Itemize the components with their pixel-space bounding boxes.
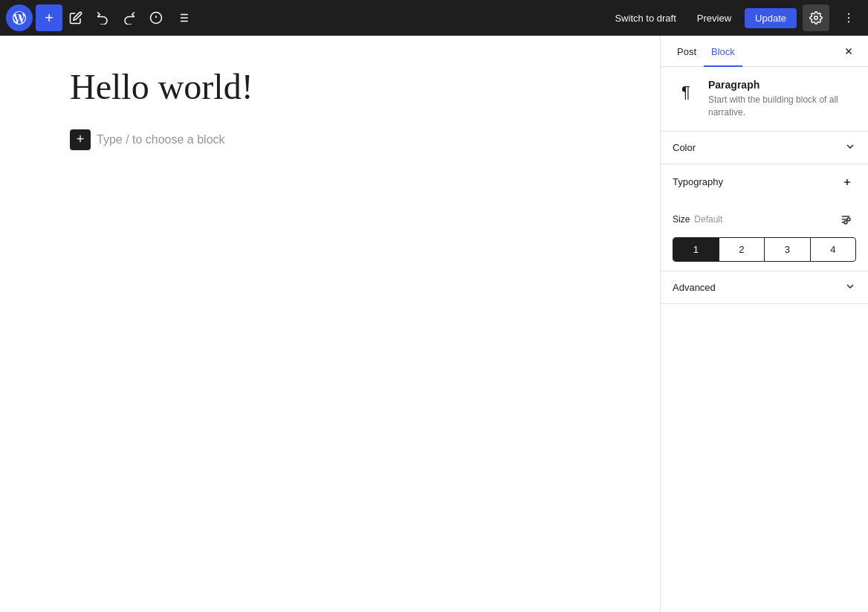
advanced-panel: Advanced [661, 271, 868, 304]
add-block-toolbar-button[interactable]: + [36, 4, 62, 31]
tab-block[interactable]: Block [704, 36, 742, 66]
post-title[interactable]: Hello world! [70, 65, 590, 109]
toolbar: + Swi [0, 0, 868, 36]
advanced-panel-title: Advanced [673, 282, 844, 293]
close-icon [843, 46, 854, 57]
advanced-panel-header[interactable]: Advanced [661, 271, 868, 303]
undo-button[interactable] [89, 4, 116, 31]
typography-panel-title: Typography [673, 176, 838, 187]
size-filter-button[interactable] [835, 209, 856, 230]
svg-point-11 [848, 17, 849, 19]
typography-panel: Typography Size Default [661, 164, 868, 271]
switch-to-draft-button[interactable]: Switch to draft [607, 8, 683, 28]
svg-point-9 [814, 16, 818, 20]
size-row: Size Default [673, 209, 856, 230]
info-icon [149, 11, 163, 25]
more-vertical-icon [842, 11, 855, 25]
font-size-btn-4[interactable]: 4 [811, 238, 856, 261]
list-view-button[interactable] [169, 4, 196, 31]
block-info: ¶ Paragraph Start with the building bloc… [661, 67, 868, 132]
wp-logo-icon [12, 10, 27, 25]
size-value: Default [694, 214, 722, 225]
placeholder-text: Type / to choose a block [97, 133, 225, 146]
wp-logo[interactable] [6, 4, 33, 31]
redo-button[interactable] [116, 4, 143, 31]
font-size-button-group: 1234 [673, 237, 856, 262]
sidebar: Post Block ¶ Paragraph Start with the bu… [660, 36, 868, 612]
settings-button[interactable] [803, 4, 829, 31]
color-chevron-icon [844, 141, 856, 155]
pencil-icon [69, 11, 82, 25]
color-panel-header[interactable]: Color [661, 132, 868, 164]
update-button[interactable]: Update [745, 8, 797, 28]
svg-point-20 [847, 218, 850, 221]
preview-button[interactable]: Preview [690, 8, 739, 28]
redo-icon [123, 11, 136, 25]
list-icon [176, 11, 190, 25]
size-label: Size [673, 214, 690, 225]
color-panel: Color [661, 132, 868, 164]
font-size-btn-2[interactable]: 2 [719, 238, 765, 261]
paragraph-block-icon: ¶ [673, 79, 699, 106]
edit-button[interactable] [62, 4, 89, 31]
svg-point-10 [848, 13, 849, 15]
filter-icon [840, 213, 852, 225]
sidebar-tabs: Post Block [661, 36, 868, 67]
main-layout: Hello world! + Type / to choose a block … [0, 36, 868, 612]
block-description: Start with the building block of all nar… [708, 94, 856, 119]
editor-area[interactable]: Hello world! + Type / to choose a block [0, 36, 660, 612]
svg-point-21 [844, 221, 847, 224]
typography-panel-body: Size Default 1234 [661, 200, 868, 271]
block-name: Paragraph [708, 79, 856, 91]
block-placeholder[interactable]: + Type / to choose a block [70, 126, 590, 153]
plus-icon [842, 177, 852, 187]
info-button[interactable] [143, 4, 169, 31]
gear-icon [809, 11, 823, 25]
typography-add-button[interactable] [838, 173, 856, 191]
svg-point-12 [848, 21, 849, 22]
font-size-btn-1[interactable]: 1 [673, 238, 719, 261]
editor-content: Hello world! + Type / to choose a block [70, 65, 590, 582]
color-panel-title: Color [673, 142, 844, 153]
typography-panel-header[interactable]: Typography [661, 164, 868, 200]
undo-icon [96, 11, 109, 25]
tab-post[interactable]: Post [670, 36, 704, 66]
more-options-button[interactable] [835, 4, 862, 31]
sidebar-close-button[interactable] [838, 41, 859, 62]
sidebar-content: ¶ Paragraph Start with the building bloc… [661, 67, 868, 612]
advanced-chevron-icon [844, 280, 856, 294]
add-block-button[interactable]: + [70, 129, 91, 150]
font-size-btn-3[interactable]: 3 [765, 238, 811, 261]
